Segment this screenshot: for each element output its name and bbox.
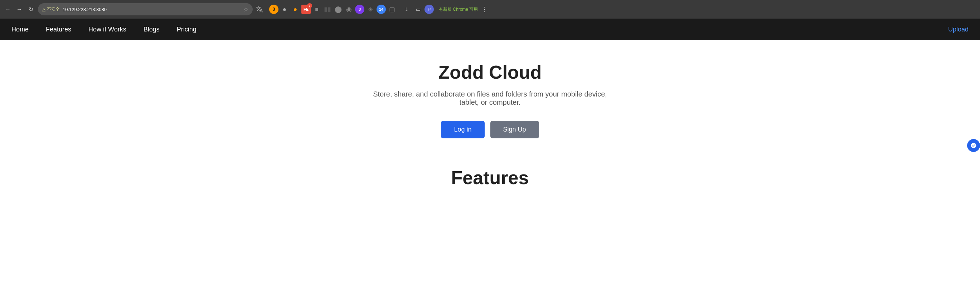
login-button[interactable]: Log in [441,121,484,138]
nav-link-pricing[interactable]: Pricing [177,26,197,33]
tab-button[interactable]: ▭ [413,4,423,14]
signup-button[interactable]: Sign Up [490,121,539,138]
nav-links: Home Features How it Works Blogs Pricing [11,26,948,33]
hero-subtitle: Store, share, and collaborate on files a… [365,90,615,106]
reload-button[interactable]: ↻ [26,4,36,14]
csdn-widget[interactable] [967,139,980,152]
extension-icon-12[interactable]: ▢ [387,5,396,14]
update-notification[interactable]: 有新版 Chrome 可用 [439,6,478,13]
extension-icon-2[interactable]: ● [280,5,289,14]
nav-link-features[interactable]: Features [46,26,71,33]
extension-icon-3[interactable]: ● [291,5,300,14]
browser-right-buttons: ⇓ ▭ P [402,4,434,14]
extension-icon-7[interactable]: ⬤ [334,5,343,14]
upload-button[interactable]: Upload [948,26,969,33]
nav-link-how-it-works[interactable]: How it Works [88,26,126,33]
features-section-title: Features [7,167,973,188]
extension-icon-8[interactable]: ◉ [344,5,354,14]
extension-icon-9[interactable]: 3 [355,5,364,14]
hero-buttons: Log in Sign Up [7,121,973,138]
extension-icon-6[interactable]: ▮▮ [323,5,332,14]
extension-icon-11[interactable]: 14 [377,5,386,14]
back-button[interactable]: ← [3,4,13,14]
extension-badge-4: 6 [307,3,312,8]
hero-title: Zodd Cloud [7,62,973,83]
url-text: 10.129.228.213:8080 [63,7,240,12]
browser-extensions: 3 ● ● FE 6 ■ ▮▮ ⬤ ◉ 3 ☀ 14 ▢ [269,5,396,14]
extension-icon-10[interactable]: ☀ [366,5,375,14]
browser-chrome: ← → ↻ △ 不安全 10.129.228.213:8080 ☆ 3 ● ● … [0,0,980,19]
bookmark-star-icon[interactable]: ☆ [243,6,248,13]
translate-icon[interactable] [255,5,264,14]
forward-button[interactable]: → [14,4,24,14]
warning-icon: △ [42,7,45,12]
nav-link-home[interactable]: Home [11,26,29,33]
extension-icon-5[interactable]: ■ [312,5,321,14]
address-bar[interactable]: △ 不安全 10.129.228.213:8080 ☆ [38,3,253,15]
extension-icon-4[interactable]: FE 6 [301,5,311,14]
download-button[interactable]: ⇓ [402,4,412,14]
browser-menu-button[interactable]: ⋮ [480,4,489,15]
profile-button[interactable]: P [425,5,434,14]
extension-icon-1[interactable]: 3 [269,5,278,14]
browser-nav-buttons: ← → ↻ [3,4,36,14]
nav-link-blogs[interactable]: Blogs [143,26,160,33]
page-navbar: Home Features How it Works Blogs Pricing… [0,19,980,40]
security-warning: △ 不安全 [42,6,60,13]
main-content: Zodd Cloud Store, share, and collaborate… [0,40,980,203]
